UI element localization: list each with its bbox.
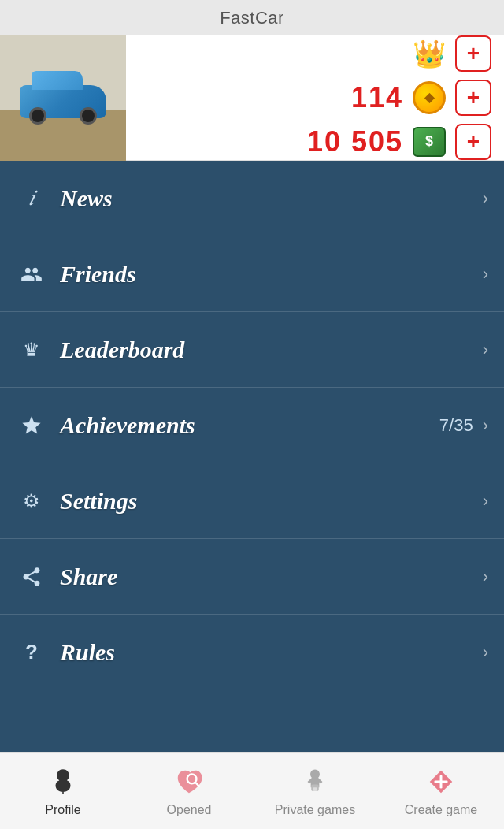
share-icon bbox=[16, 561, 47, 593]
achievements-badge: 7/35 bbox=[439, 415, 473, 436]
chevron-icon-share: › bbox=[483, 567, 488, 587]
coins-value: 114 bbox=[351, 81, 403, 114]
tab-create-game-label: Create game bbox=[405, 803, 478, 817]
chevron-icon-achievements: › bbox=[483, 415, 488, 436]
heart-search-icon bbox=[172, 764, 206, 799]
menu-label-news: News bbox=[60, 185, 483, 212]
chevron-icon-rules: › bbox=[483, 642, 488, 663]
settings-icon: ⚙ bbox=[16, 485, 47, 517]
chevron-icon-leaderboard: › bbox=[483, 340, 488, 360]
menu-label-leaderboard: Leaderboard bbox=[60, 336, 483, 363]
tab-bar: Profile Opened Private games bbox=[0, 752, 504, 829]
chevron-icon-news: › bbox=[483, 188, 488, 209]
crown-row: 👑 + bbox=[139, 35, 491, 72]
crown-icon: 👑 bbox=[411, 35, 447, 72]
menu-item-rules[interactable]: ? Rules › bbox=[0, 615, 504, 690]
add-crown-button[interactable]: + bbox=[455, 35, 491, 72]
menu-item-leaderboard[interactable]: ♛ Leaderboard › bbox=[0, 312, 504, 388]
tab-profile-label: Profile bbox=[45, 803, 80, 817]
tab-private-games-label: Private games bbox=[275, 803, 355, 817]
cash-icon: $ bbox=[411, 124, 447, 160]
spade-lock-icon bbox=[298, 764, 332, 799]
menu-item-friends[interactable]: Friends › bbox=[0, 236, 504, 312]
profile-header: 1 👑 + 114 ◆ + 10 505 bbox=[0, 35, 504, 161]
menu-label-settings: Settings bbox=[60, 488, 483, 515]
diamond-plus-icon bbox=[424, 764, 458, 799]
info-icon: 𝑖 bbox=[16, 183, 47, 214]
car-wheel-front bbox=[80, 107, 97, 125]
menu-item-achievements[interactable]: Achievements 7/35 › bbox=[0, 388, 504, 463]
coins-row: 114 ◆ + bbox=[139, 80, 491, 116]
menu-list: 𝑖 News › Friends › ♛ Leaderboard › Achie… bbox=[0, 161, 504, 690]
tab-private-games[interactable]: Private games bbox=[252, 753, 378, 829]
menu-item-news[interactable]: 𝑖 News › bbox=[0, 161, 504, 236]
add-coins-button[interactable]: + bbox=[455, 80, 491, 116]
menu-label-rules: Rules bbox=[60, 639, 483, 666]
car-wheel-back bbox=[29, 107, 46, 125]
menu-item-share[interactable]: Share › bbox=[0, 539, 504, 615]
chevron-icon-friends: › bbox=[483, 264, 488, 284]
club-icon bbox=[46, 764, 80, 799]
avatar: 1 bbox=[0, 35, 126, 161]
tab-create-game[interactable]: Create game bbox=[378, 753, 504, 829]
tab-profile[interactable]: Profile bbox=[0, 753, 126, 829]
menu-label-friends: Friends bbox=[60, 261, 483, 288]
tab-opened-label: Opened bbox=[167, 803, 212, 817]
cash-row: 10 505 $ + bbox=[139, 124, 491, 160]
profile-stats: 👑 + 114 ◆ + 10 505 $ + bbox=[126, 28, 504, 168]
leaderboard-icon: ♛ bbox=[16, 334, 47, 366]
tab-opened[interactable]: Opened bbox=[126, 753, 252, 829]
menu-label-achievements: Achievements bbox=[60, 412, 439, 439]
coin-icon: ◆ bbox=[411, 80, 447, 116]
chevron-icon-settings: › bbox=[483, 491, 488, 511]
svg-rect-3 bbox=[313, 787, 317, 791]
car-body bbox=[20, 85, 106, 118]
menu-label-share: Share bbox=[60, 563, 483, 590]
friends-icon bbox=[16, 258, 47, 290]
app-title: FastCar bbox=[220, 8, 284, 28]
car-scene bbox=[0, 35, 126, 161]
menu-item-settings[interactable]: ⚙ Settings › bbox=[0, 463, 504, 539]
achievements-icon bbox=[16, 410, 47, 441]
rules-icon: ? bbox=[16, 637, 47, 668]
cash-value: 10 505 bbox=[307, 125, 403, 158]
add-cash-button[interactable]: + bbox=[455, 124, 491, 160]
